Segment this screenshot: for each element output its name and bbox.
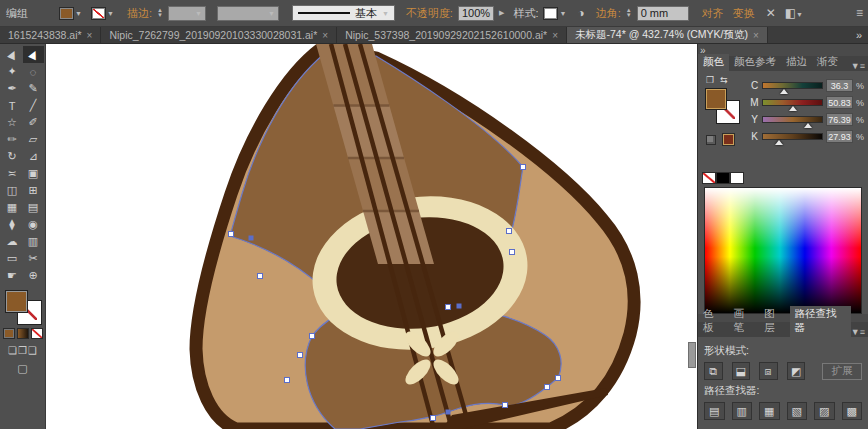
anchor-point-hollow[interactable] <box>298 353 303 358</box>
anchor-point-hollow[interactable] <box>510 250 515 255</box>
anchor-point-hollow[interactable] <box>258 274 263 279</box>
color-mode-button[interactable] <box>3 328 15 339</box>
stroke-weight-label[interactable]: 描边: <box>127 6 152 21</box>
panel-fill-swatch[interactable] <box>705 88 727 110</box>
white-swatch[interactable] <box>730 172 744 184</box>
brush-definition-select[interactable]: 基本 ▼ <box>292 5 395 21</box>
minus-front-button[interactable]: ⬓ <box>732 362 751 380</box>
out-of-gamut-cube-icon[interactable] <box>706 135 716 145</box>
width-profile-select[interactable]: ▼ <box>217 6 279 21</box>
gradient-tool[interactable]: ▤ <box>23 199 44 216</box>
pathfinder-panel-menu-icon[interactable]: ▼≡ <box>851 327 868 337</box>
pathfinder-panel-tab[interactable]: 色板 <box>698 306 729 337</box>
control-bar-menu-icon[interactable]: ≡ <box>856 6 862 20</box>
lasso-tool[interactable]: ◌ <box>23 63 44 80</box>
fill-stroke-control[interactable] <box>5 290 41 324</box>
free-transform-tool[interactable]: ▣ <box>23 165 44 182</box>
fill-proxy-swatch[interactable] <box>5 290 28 313</box>
direct-selection-tool[interactable]: ▶ <box>23 46 44 63</box>
corner-stepper[interactable]: ▲▼ <box>626 8 632 18</box>
anchor-point-solid[interactable] <box>446 410 451 415</box>
shape-options-icon[interactable]: ◧▼ <box>785 6 803 20</box>
anchor-point-hollow[interactable] <box>545 385 550 390</box>
outline-button[interactable]: ▨ <box>814 402 835 420</box>
draw-inside-icon[interactable]: ❑ <box>28 345 37 356</box>
pencil-tool[interactable]: ✏ <box>2 131 23 148</box>
default-swatches-icon[interactable]: ❐ <box>706 75 714 85</box>
pen-tool[interactable]: ✒ <box>2 80 23 97</box>
fill-color-button[interactable]: ▼ <box>59 7 82 20</box>
star-tool[interactable]: ☆ <box>2 114 23 131</box>
opacity-label[interactable]: 不透明度: <box>406 6 453 21</box>
tab-overflow-icon[interactable]: » <box>850 27 868 43</box>
align-button[interactable]: 对齐 <box>702 6 724 21</box>
anchor-point-hollow[interactable] <box>446 305 451 310</box>
opacity-arrow-icon[interactable]: ▶ <box>499 9 504 17</box>
eyedropper-tool[interactable]: ⧫ <box>2 216 23 233</box>
hand-tool[interactable]: ☛ <box>2 267 23 284</box>
close-tab-icon[interactable]: × <box>322 30 328 41</box>
close-tab-icon[interactable]: × <box>552 30 558 41</box>
document-tab-0[interactable]: 1615243838.ai*× <box>0 27 101 43</box>
pathfinder-panel-tab[interactable]: 路径查找器 <box>790 306 851 337</box>
stroke-color-button[interactable]: ▼ <box>91 7 114 20</box>
intersect-button[interactable]: ⧈ <box>759 362 778 380</box>
symbol-sprayer-tool[interactable]: ☁ <box>2 233 23 250</box>
merge-button[interactable]: ▦ <box>759 402 780 420</box>
anchor-point-hollow[interactable] <box>229 232 234 237</box>
anchor-point-hollow[interactable] <box>310 334 315 339</box>
pathfinder-panel-tab[interactable]: 图层 <box>759 306 790 337</box>
exclude-button[interactable]: ◩ <box>787 362 806 380</box>
slider-thumb[interactable] <box>775 140 783 145</box>
none-color-swatch[interactable] <box>702 172 716 184</box>
artboard-tool[interactable]: ▭ <box>2 250 23 267</box>
scale-tool[interactable]: ⊿ <box>23 148 44 165</box>
color-panel-tab[interactable]: 颜色 <box>698 54 729 71</box>
column-graph-tool[interactable]: ▥ <box>23 233 44 250</box>
selection-tool[interactable]: ▶ <box>2 46 23 63</box>
expand-button[interactable]: 扩展 <box>822 363 862 380</box>
anchor-point-hollow[interactable] <box>556 376 561 381</box>
closest-web-color-swatch[interactable] <box>722 133 735 146</box>
slider-thumb[interactable] <box>780 89 788 94</box>
color-panel-tab[interactable]: 渐变 <box>812 54 843 71</box>
channel-value-input[interactable]: 36.3 <box>826 79 853 92</box>
corner-input[interactable]: 0 mm <box>637 6 689 21</box>
transform-button[interactable]: 变换 <box>733 6 755 21</box>
opacity-input[interactable]: 100% <box>458 6 494 21</box>
divide-button[interactable]: ▤ <box>704 402 725 420</box>
crop-button[interactable]: ▧ <box>787 402 808 420</box>
channel-value-input[interactable]: 76.39 <box>826 113 853 126</box>
slider-track-C[interactable] <box>762 82 823 89</box>
minus-back-button[interactable]: ▩ <box>842 402 863 420</box>
none-mode-button[interactable] <box>31 328 43 339</box>
document-tab-3[interactable]: 未标题-74* @ 432.74% (CMYK/预览)× <box>567 27 768 43</box>
mesh-tool[interactable]: ▦ <box>2 199 23 216</box>
color-spectrum[interactable] <box>704 187 862 314</box>
style-select[interactable]: ▼ <box>543 7 566 20</box>
anchor-point-hollow[interactable] <box>431 416 436 421</box>
curvature-tool[interactable]: ✎ <box>23 80 44 97</box>
anchor-point-hollow[interactable] <box>507 229 512 234</box>
anchor-point-hollow[interactable] <box>285 378 290 383</box>
shape-builder-tool[interactable]: ◫ <box>2 182 23 199</box>
eraser-tool[interactable]: ▱ <box>23 131 44 148</box>
line-segment-tool[interactable]: ╱ <box>23 97 44 114</box>
color-panel-tab[interactable]: 描边 <box>781 54 812 71</box>
channel-value-input[interactable]: 50.83 <box>826 96 853 109</box>
black-swatch[interactable] <box>716 172 730 184</box>
perspective-grid-tool[interactable]: ⊞ <box>23 182 44 199</box>
stroke-weight-stepper[interactable]: ▲▼ <box>157 8 163 18</box>
slider-track-Y[interactable] <box>762 116 823 123</box>
anchor-point-hollow[interactable] <box>503 403 508 408</box>
artboard-canvas[interactable] <box>46 44 697 429</box>
anchor-point-hollow[interactable] <box>521 165 526 170</box>
gradient-mode-button[interactable] <box>17 328 29 339</box>
color-panel-menu-icon[interactable]: ▼≡ <box>851 61 868 71</box>
anchor-point-solid[interactable] <box>249 236 254 241</box>
vertical-scrollbar-thumb[interactable] <box>688 342 696 368</box>
color-panel-tab[interactable]: 颜色参考 <box>729 54 781 71</box>
draw-behind-icon[interactable]: ❐ <box>18 345 27 356</box>
corner-label[interactable]: 边角: <box>596 6 621 21</box>
draw-normal-icon[interactable]: ❏ <box>8 345 17 356</box>
